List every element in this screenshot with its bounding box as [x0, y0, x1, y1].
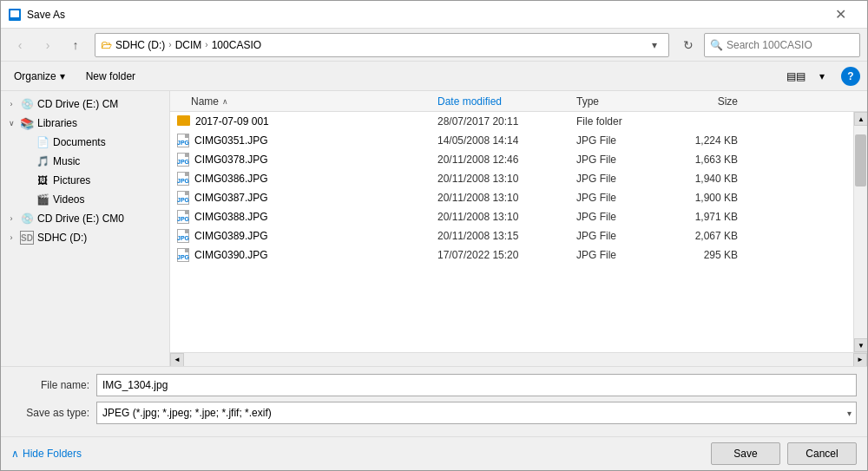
scroll-down-button[interactable]: ▼	[854, 338, 867, 352]
dialog-title: Save As	[27, 9, 820, 21]
expand-icon-videos	[22, 194, 32, 205]
file-date-cell: 20/11/2008 13:15	[431, 230, 569, 242]
col-header-name[interactable]: Name ∧	[170, 95, 431, 108]
table-row[interactable]: JPGCIMG0386.JPG20/11/2008 13:10JPG File1…	[170, 169, 853, 188]
videos-icon: 🎬	[36, 193, 49, 206]
sidebar-label-libraries: Libraries	[37, 117, 77, 129]
scroll-thumb[interactable]	[855, 134, 866, 186]
file-date-cell: 20/11/2008 13:10	[431, 173, 569, 185]
file-name-text: CIMG0378.JPG	[194, 154, 268, 166]
help-button[interactable]: ?	[841, 67, 860, 86]
sidebar-label-videos: Videos	[53, 193, 84, 206]
address-part-100casio: 100CASIO	[212, 39, 261, 51]
table-row[interactable]: JPGCIMG0390.JPG17/07/2022 15:20JPG File2…	[170, 245, 853, 265]
cancel-button[interactable]: Cancel	[787, 442, 857, 465]
hide-folders-button[interactable]: ∧ Hide Folders	[11, 448, 82, 460]
filetype-label: Save as type:	[11, 407, 89, 419]
hide-folders-label: Hide Folders	[23, 448, 82, 460]
hide-folders-icon: ∧	[11, 448, 19, 460]
sidebar-item-music[interactable]: 🎵 Music	[1, 152, 169, 171]
sidebar-item-cd-drive-bottom[interactable]: › 💿 CD Drive (E:) CM0	[1, 209, 169, 228]
h-scroll-right-button[interactable]: ►	[853, 353, 867, 367]
file-name-text: CIMG0390.JPG	[194, 249, 268, 261]
back-button[interactable]: ‹	[8, 33, 32, 57]
file-name-cell: JPGCIMG0351.JPG	[170, 134, 431, 147]
table-row[interactable]: JPGCIMG0351.JPG14/05/2008 14:14JPG File1…	[170, 131, 853, 150]
sidebar-label-pictures: Pictures	[53, 174, 90, 186]
file-name-cell: 2017-07-09 001	[170, 115, 431, 128]
file-type-cell: JPG File	[569, 154, 682, 166]
file-date-cell: 17/07/2022 15:20	[431, 249, 569, 261]
address-toolbar: ‹ › ↑ 🗁 SDHC (D:) › DCIM › 100CASIO ▾ ↻ …	[1, 29, 867, 62]
col-header-size[interactable]: Size	[682, 95, 752, 108]
col-header-type[interactable]: Type	[569, 95, 682, 108]
file-name-text: CIMG0351.JPG	[194, 134, 268, 147]
scroll-track	[854, 126, 867, 338]
up-button[interactable]: ↑	[63, 33, 88, 57]
expand-icon-sdhc: ›	[6, 232, 16, 243]
table-row[interactable]: 2017-07-09 00128/07/2017 20:11File folde…	[170, 112, 853, 131]
title-bar: Save As ✕	[1, 1, 867, 29]
address-bar[interactable]: 🗁 SDHC (D:) › DCIM › 100CASIO ▾	[95, 33, 669, 57]
sidebar-item-documents[interactable]: 📄 Documents	[1, 133, 169, 152]
col-header-date[interactable]: Date modified	[431, 95, 569, 108]
sidebar-item-pictures[interactable]: 🖼 Pictures	[1, 171, 169, 190]
organize-button[interactable]: Organize ▾	[8, 66, 71, 87]
cd-drive-icon: 💿	[20, 97, 34, 111]
forward-button[interactable]: ›	[36, 33, 60, 57]
view-dropdown-button[interactable]: ▾	[810, 65, 834, 88]
jpg-file-icon: JPG	[177, 210, 189, 224]
horizontal-scrollbar[interactable]: ◄ ►	[170, 352, 867, 366]
file-name-cell: JPGCIMG0388.JPG	[170, 210, 431, 224]
table-row[interactable]: JPGCIMG0378.JPG20/11/2008 12:46JPG File1…	[170, 150, 853, 169]
address-part-drive: SDHC (D:)	[115, 39, 165, 51]
view-list-button[interactable]: ▤▤	[784, 65, 808, 88]
view-dropdown-icon: ▾	[819, 70, 825, 82]
jpg-file-icon: JPG	[177, 191, 189, 205]
scroll-up-button[interactable]: ▲	[854, 112, 867, 126]
table-row[interactable]: JPGCIMG0387.JPG20/11/2008 13:10JPG File1…	[170, 188, 853, 207]
file-size-cell: 2,067 KB	[682, 230, 752, 242]
table-row[interactable]: JPGCIMG0389.JPG20/11/2008 13:15JPG File2…	[170, 226, 853, 245]
svg-rect-1	[10, 10, 19, 17]
save-as-dialog: Save As ✕ ‹ › ↑ 🗁 SDHC (D:) › DCIM › 100…	[0, 0, 868, 471]
filename-input[interactable]	[96, 374, 857, 396]
search-input[interactable]	[727, 39, 857, 51]
new-folder-button[interactable]: New folder	[78, 66, 143, 87]
address-folder-icon: 🗁	[101, 38, 112, 51]
file-list-area: Name ∧ Date modified Type Size 2017-07-0…	[170, 91, 867, 366]
sidebar-item-libraries[interactable]: ∨ 📚 Libraries	[1, 114, 169, 133]
file-date-cell: 20/11/2008 13:10	[431, 192, 569, 204]
address-dropdown-button[interactable]: ▾	[646, 39, 663, 51]
sidebar-item-cd-drive-top[interactable]: › 💿 CD Drive (E:) CM	[1, 95, 169, 114]
file-type-cell: JPG File	[569, 230, 682, 242]
file-date-cell: 28/07/2017 20:11	[431, 115, 569, 128]
table-row[interactable]: JPGCIMG0388.JPG20/11/2008 13:10JPG File1…	[170, 207, 853, 226]
h-scroll-left-button[interactable]: ◄	[170, 353, 184, 367]
close-button[interactable]: ✕	[820, 1, 860, 29]
organize-arrow-icon: ▾	[60, 70, 65, 82]
search-box[interactable]: 🔍	[704, 33, 860, 57]
sidebar-label-music: Music	[53, 155, 80, 167]
file-name-text: CIMG0386.JPG	[194, 173, 268, 185]
file-date-cell: 20/11/2008 12:46	[431, 154, 569, 166]
sidebar-item-videos[interactable]: 🎬 Videos	[1, 190, 169, 209]
file-name-text: CIMG0387.JPG	[194, 192, 268, 204]
jpg-file-icon: JPG	[177, 172, 189, 186]
file-type-cell: JPG File	[569, 134, 682, 147]
file-type-cell: JPG File	[569, 249, 682, 261]
file-name-cell: JPGCIMG0389.JPG	[170, 229, 431, 243]
documents-icon: 📄	[36, 135, 49, 149]
file-type-cell: JPG File	[569, 173, 682, 185]
library-icon: 📚	[20, 116, 34, 130]
cd-drive-bottom-icon: 💿	[20, 212, 34, 226]
sdhc-icon: SD	[20, 231, 34, 245]
vertical-scrollbar[interactable]: ▲ ▼	[853, 112, 867, 352]
file-size-cell: 1,663 KB	[682, 154, 752, 166]
sidebar-item-sdhc[interactable]: › SD SDHC (D:)	[1, 228, 169, 247]
bottom-form-area: File name: Save as type: JPEG (*.jpg; *.…	[1, 366, 867, 436]
sidebar-label-documents: Documents	[53, 136, 106, 148]
save-button[interactable]: Save	[711, 442, 780, 465]
filetype-select[interactable]: JPEG (*.jpg; *.jpeg; *.jpe; *.jfif; *.ex…	[96, 402, 857, 424]
refresh-button[interactable]: ↻	[676, 33, 700, 57]
